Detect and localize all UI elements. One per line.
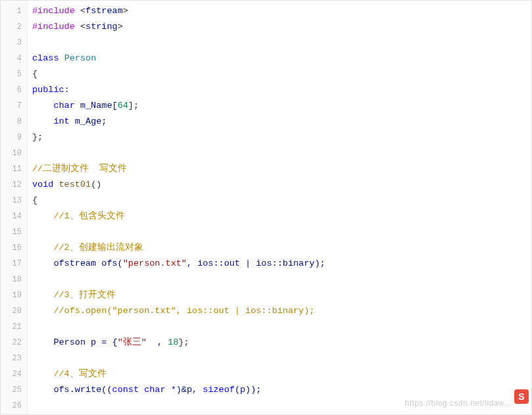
code-line[interactable] <box>32 319 531 335</box>
code-editor[interactable]: 1234567891011121314151617181920212223242… <box>0 0 532 415</box>
code-line[interactable]: class Person <box>32 51 531 66</box>
code-line[interactable]: public: <box>32 82 531 98</box>
code-line[interactable]: //3、打开文件 <box>32 287 531 303</box>
code-line[interactable]: int m_Age; <box>32 114 531 130</box>
line-number: 22 <box>1 335 27 351</box>
line-number: 5 <box>1 66 27 82</box>
code-line[interactable]: //1、包含头文件 <box>32 208 531 224</box>
code-line[interactable]: //ofs.open("person.txt", ios::out | ios:… <box>32 303 531 319</box>
line-number: 11 <box>1 161 27 177</box>
code-line[interactable] <box>32 351 531 366</box>
line-number: 12 <box>1 177 27 193</box>
csdn-badge-icon: S <box>514 389 529 404</box>
line-number: 24 <box>1 366 27 382</box>
code-line[interactable]: //二进制文件 写文件 <box>32 161 531 177</box>
code-line[interactable]: //4、写文件 <box>32 366 531 382</box>
line-number: 18 <box>1 272 27 287</box>
code-line[interactable]: ofstream ofs("person.txt", ios::out | io… <box>32 256 531 272</box>
code-line[interactable]: //2、创建输出流对象 <box>32 240 531 256</box>
line-number: 7 <box>1 98 27 114</box>
code-line[interactable]: { <box>32 66 531 82</box>
code-line[interactable]: { <box>32 193 531 208</box>
code-line[interactable]: }; <box>32 130 531 145</box>
code-line[interactable]: void test01() <box>32 177 531 193</box>
line-number: 9 <box>1 130 27 145</box>
code-line[interactable] <box>32 35 531 51</box>
line-number: 20 <box>1 303 27 319</box>
line-number: 16 <box>1 240 27 256</box>
line-number: 25 <box>1 382 27 398</box>
code-line[interactable]: #include <fstream> <box>32 3 531 19</box>
line-number: 23 <box>1 351 27 366</box>
code-area[interactable]: #include <fstream>#include <string>class… <box>32 1 531 414</box>
line-number: 26 <box>1 398 27 414</box>
line-number: 3 <box>1 35 27 51</box>
line-number: 6 <box>1 82 27 98</box>
line-number: 2 <box>1 19 27 35</box>
line-number: 13 <box>1 193 27 208</box>
line-number: 8 <box>1 114 27 130</box>
line-number-gutter: 1234567891011121314151617181920212223242… <box>1 1 28 415</box>
code-line[interactable]: #include <string> <box>32 19 531 35</box>
code-line[interactable]: Person p = {"张三" , 18}; <box>32 335 531 351</box>
line-number: 19 <box>1 287 27 303</box>
line-number: 17 <box>1 256 27 272</box>
code-line[interactable]: char m_Name[64]; <box>32 98 531 114</box>
code-line[interactable] <box>32 272 531 287</box>
line-number: 21 <box>1 319 27 335</box>
code-line[interactable] <box>32 224 531 240</box>
code-line[interactable] <box>32 145 531 161</box>
line-number: 15 <box>1 224 27 240</box>
line-number: 1 <box>1 3 27 19</box>
code-line[interactable]: ofs.write((const char *)&p, sizeof(p)); <box>32 382 531 398</box>
watermark-text: https://blog.csdn.net/lidaw... <box>405 399 512 408</box>
line-number: 4 <box>1 51 27 66</box>
line-number: 14 <box>1 208 27 224</box>
line-number: 10 <box>1 145 27 161</box>
